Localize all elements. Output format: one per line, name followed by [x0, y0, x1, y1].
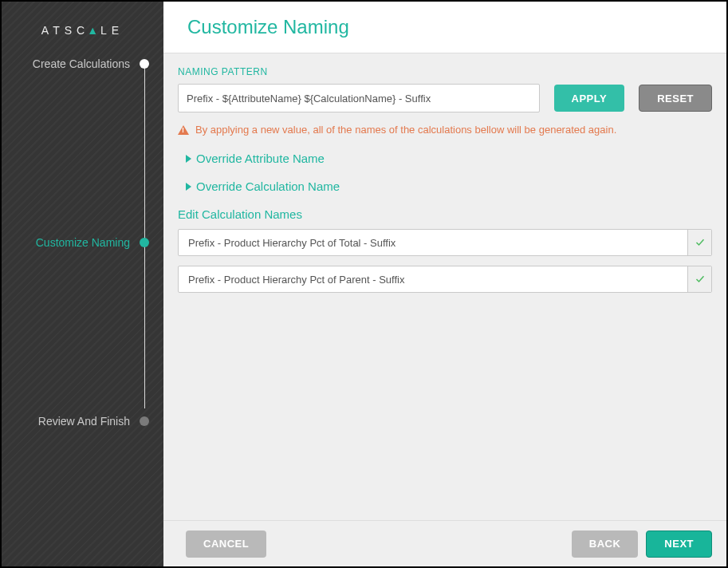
step-customize-naming[interactable]: Customize Naming [16, 233, 149, 252]
naming-pattern-label: NAMING PATTERN [178, 66, 712, 77]
back-button[interactable]: BACK [572, 531, 639, 558]
valid-check-icon [687, 266, 711, 292]
next-button[interactable]: NEXT [646, 531, 712, 558]
naming-pattern-input[interactable] [178, 84, 540, 112]
page-header: Customize Naming [163, 2, 726, 53]
chevron-right-icon [186, 155, 191, 163]
step-label: Create Calculations [16, 57, 140, 70]
step-dot-icon [140, 238, 149, 247]
reset-button[interactable]: RESET [639, 85, 712, 112]
calc-name-row [178, 229, 712, 256]
valid-check-icon [687, 230, 711, 255]
step-dot-icon [140, 416, 149, 426]
override-attr-label: Override Attribute Name [196, 152, 325, 165]
override-attribute-toggle[interactable]: Override Attribute Name [178, 152, 712, 165]
calc-name-row [178, 266, 712, 293]
cancel-button[interactable]: CANCEL [186, 531, 266, 558]
edit-calc-names-title: Edit Calculation Names [178, 207, 712, 221]
warning-icon [178, 125, 189, 135]
step-dot-icon [140, 59, 149, 69]
wizard-steps: Create Calculations Customize Naming Rev… [2, 54, 163, 431]
step-label: Customize Naming [16, 236, 140, 249]
override-calc-label: Override Calculation Name [196, 179, 340, 193]
step-connector [144, 64, 145, 408]
wizard-footer: CANCEL BACK NEXT [163, 520, 726, 566]
step-create-calculations[interactable]: Create Calculations [16, 54, 149, 73]
calc-name-input[interactable] [179, 266, 687, 292]
main-panel: Customize Naming NAMING PATTERN APPLY RE… [163, 2, 726, 566]
wizard-sidebar: ATSC▲LE Create Calculations Customize Na… [2, 2, 163, 566]
page-title: Customize Naming [187, 16, 702, 38]
override-calculation-toggle[interactable]: Override Calculation Name [178, 179, 712, 193]
brand-logo: ATSC▲LE [2, 2, 163, 54]
warning-message: By applying a new value, all of the name… [178, 124, 712, 136]
calc-name-input[interactable] [179, 230, 687, 255]
warning-text: By applying a new value, all of the name… [195, 124, 616, 136]
apply-button[interactable]: APPLY [554, 85, 625, 112]
chevron-right-icon [186, 183, 191, 191]
step-label: Review And Finish [16, 415, 140, 428]
step-review-finish[interactable]: Review And Finish [16, 412, 149, 431]
content-area: NAMING PATTERN APPLY RESET By applying a… [163, 53, 726, 520]
